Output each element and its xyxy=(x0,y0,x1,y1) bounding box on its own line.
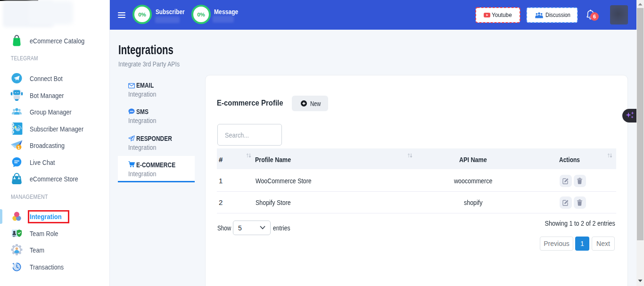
svg-text:1: 1 xyxy=(17,145,20,150)
svg-text:SMS: SMS xyxy=(130,111,133,113)
